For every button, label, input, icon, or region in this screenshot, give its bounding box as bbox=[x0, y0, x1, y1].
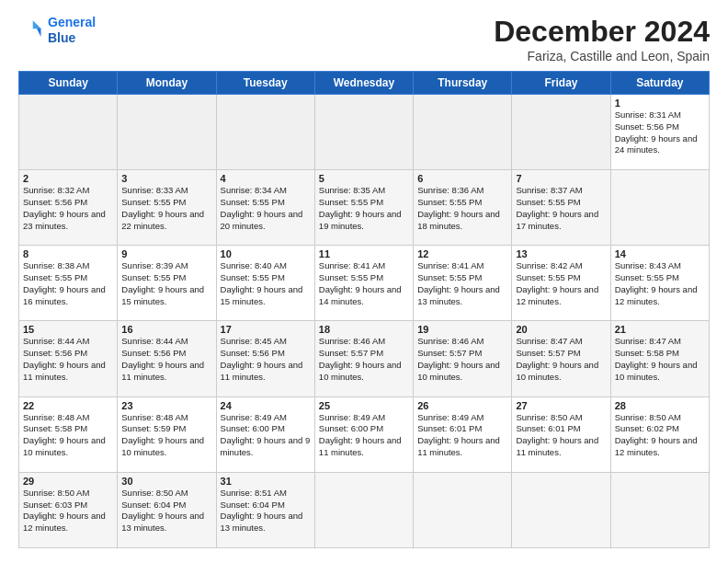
calendar-cell: 28Sunrise: 8:50 AMSunset: 6:02 PMDayligh… bbox=[610, 396, 709, 472]
calendar-cell: 1Sunrise: 8:31 AMSunset: 5:56 PMDaylight… bbox=[610, 95, 709, 170]
calendar-cell: 11Sunrise: 8:41 AMSunset: 5:55 PMDayligh… bbox=[314, 246, 413, 321]
logo-icon bbox=[18, 17, 44, 43]
day-number: 9 bbox=[121, 248, 211, 259]
calendar-header-sunday: Sunday bbox=[19, 72, 118, 95]
page: General Blue December 2024 Fariza, Casti… bbox=[0, 0, 728, 563]
calendar-cell: 10Sunrise: 8:40 AMSunset: 5:55 PMDayligh… bbox=[216, 246, 314, 321]
calendar-cell bbox=[610, 472, 709, 547]
calendar-cell: 27Sunrise: 8:50 AMSunset: 6:01 PMDayligh… bbox=[512, 396, 610, 472]
day-info: Sunrise: 8:44 AMSunset: 5:56 PMDaylight:… bbox=[121, 336, 211, 383]
calendar-week-row: 29Sunrise: 8:50 AMSunset: 6:03 PMDayligh… bbox=[19, 472, 710, 547]
calendar-cell bbox=[414, 95, 512, 170]
calendar-cell: 5Sunrise: 8:35 AMSunset: 5:55 PMDaylight… bbox=[314, 170, 413, 246]
day-number: 7 bbox=[516, 173, 606, 184]
day-info: Sunrise: 8:48 AMSunset: 5:58 PMDaylight:… bbox=[23, 412, 113, 459]
day-number: 22 bbox=[23, 400, 113, 411]
calendar-header-thursday: Thursday bbox=[414, 72, 512, 95]
calendar-cell: 15Sunrise: 8:44 AMSunset: 5:56 PMDayligh… bbox=[19, 321, 118, 396]
calendar-cell: 19Sunrise: 8:46 AMSunset: 5:57 PMDayligh… bbox=[414, 321, 512, 396]
day-number: 12 bbox=[417, 248, 507, 259]
day-info: Sunrise: 8:42 AMSunset: 5:55 PMDaylight:… bbox=[516, 260, 606, 307]
calendar-header-tuesday: Tuesday bbox=[216, 72, 314, 95]
calendar-cell: 4Sunrise: 8:34 AMSunset: 5:55 PMDaylight… bbox=[216, 170, 314, 246]
day-number: 17 bbox=[221, 324, 311, 335]
day-number: 13 bbox=[516, 248, 606, 259]
day-info: Sunrise: 8:44 AMSunset: 5:56 PMDaylight:… bbox=[23, 336, 113, 383]
day-info: Sunrise: 8:37 AMSunset: 5:55 PMDaylight:… bbox=[516, 185, 606, 232]
calendar-cell bbox=[414, 472, 512, 547]
calendar-cell: 13Sunrise: 8:42 AMSunset: 5:55 PMDayligh… bbox=[512, 246, 610, 321]
calendar-header-row: SundayMondayTuesdayWednesdayThursdayFrid… bbox=[19, 72, 710, 95]
calendar-cell: 26Sunrise: 8:49 AMSunset: 6:01 PMDayligh… bbox=[414, 396, 512, 472]
day-number: 4 bbox=[221, 173, 311, 184]
calendar-cell: 7Sunrise: 8:37 AMSunset: 5:55 PMDaylight… bbox=[512, 170, 610, 246]
day-number: 20 bbox=[516, 324, 606, 335]
day-number: 23 bbox=[121, 400, 211, 411]
day-number: 1 bbox=[615, 98, 705, 109]
day-info: Sunrise: 8:40 AMSunset: 5:55 PMDaylight:… bbox=[221, 260, 311, 307]
calendar-cell: 23Sunrise: 8:48 AMSunset: 5:59 PMDayligh… bbox=[118, 396, 216, 472]
day-info: Sunrise: 8:50 AMSunset: 6:02 PMDaylight:… bbox=[615, 412, 705, 459]
calendar-cell: 3Sunrise: 8:33 AMSunset: 5:55 PMDaylight… bbox=[118, 170, 216, 246]
title-block: December 2024 Fariza, Castille and Leon,… bbox=[494, 15, 710, 63]
day-info: Sunrise: 8:39 AMSunset: 5:55 PMDaylight:… bbox=[121, 260, 211, 307]
logo-line2: Blue bbox=[48, 30, 75, 45]
logo: General Blue bbox=[18, 15, 96, 46]
day-info: Sunrise: 8:50 AMSunset: 6:03 PMDaylight:… bbox=[23, 488, 113, 534]
calendar-week-row: 2Sunrise: 8:32 AMSunset: 5:56 PMDaylight… bbox=[19, 170, 710, 246]
day-info: Sunrise: 8:41 AMSunset: 5:55 PMDaylight:… bbox=[417, 260, 507, 307]
day-info: Sunrise: 8:32 AMSunset: 5:56 PMDaylight:… bbox=[23, 185, 113, 232]
calendar-cell: 16Sunrise: 8:44 AMSunset: 5:56 PMDayligh… bbox=[118, 321, 216, 396]
day-number: 26 bbox=[417, 400, 507, 411]
logo-text: General Blue bbox=[48, 15, 96, 46]
day-number: 2 bbox=[23, 173, 113, 184]
calendar-cell bbox=[216, 95, 314, 170]
day-info: Sunrise: 8:47 AMSunset: 5:57 PMDaylight:… bbox=[516, 336, 606, 383]
calendar-week-row: 8Sunrise: 8:38 AMSunset: 5:55 PMDaylight… bbox=[19, 246, 710, 321]
day-number: 16 bbox=[121, 324, 211, 335]
calendar-cell: 17Sunrise: 8:45 AMSunset: 5:56 PMDayligh… bbox=[216, 321, 314, 396]
day-number: 11 bbox=[319, 248, 409, 259]
day-number: 5 bbox=[319, 173, 409, 184]
calendar-cell: 25Sunrise: 8:49 AMSunset: 6:00 PMDayligh… bbox=[314, 396, 413, 472]
day-info: Sunrise: 8:47 AMSunset: 5:58 PMDaylight:… bbox=[615, 336, 705, 383]
calendar-cell bbox=[19, 95, 118, 170]
day-info: Sunrise: 8:46 AMSunset: 5:57 PMDaylight:… bbox=[417, 336, 507, 383]
day-info: Sunrise: 8:50 AMSunset: 6:01 PMDaylight:… bbox=[516, 412, 606, 459]
day-number: 29 bbox=[23, 476, 113, 487]
day-number: 27 bbox=[516, 400, 606, 411]
calendar-header-monday: Monday bbox=[118, 72, 216, 95]
calendar-cell: 20Sunrise: 8:47 AMSunset: 5:57 PMDayligh… bbox=[512, 321, 610, 396]
calendar-cell: 2Sunrise: 8:32 AMSunset: 5:56 PMDaylight… bbox=[19, 170, 118, 246]
month-year: December 2024 bbox=[494, 15, 710, 49]
calendar-cell: 14Sunrise: 8:43 AMSunset: 5:55 PMDayligh… bbox=[610, 246, 709, 321]
calendar-cell bbox=[512, 95, 610, 170]
calendar-cell bbox=[512, 472, 610, 547]
day-info: Sunrise: 8:49 AMSunset: 6:00 PMDaylight:… bbox=[319, 412, 409, 459]
calendar-header-wednesday: Wednesday bbox=[314, 72, 413, 95]
calendar-cell: 29Sunrise: 8:50 AMSunset: 6:03 PMDayligh… bbox=[19, 472, 118, 547]
day-info: Sunrise: 8:51 AMSunset: 6:04 PMDaylight:… bbox=[221, 488, 311, 534]
location: Fariza, Castille and Leon, Spain bbox=[494, 49, 710, 63]
day-info: Sunrise: 8:50 AMSunset: 6:04 PMDaylight:… bbox=[121, 488, 211, 534]
calendar-week-row: 1Sunrise: 8:31 AMSunset: 5:56 PMDaylight… bbox=[19, 95, 710, 170]
day-number: 3 bbox=[121, 173, 211, 184]
calendar-cell: 24Sunrise: 8:49 AMSunset: 6:00 PMDayligh… bbox=[216, 396, 314, 472]
day-info: Sunrise: 8:33 AMSunset: 5:55 PMDaylight:… bbox=[121, 185, 211, 232]
logo-line1: General bbox=[48, 15, 96, 29]
day-info: Sunrise: 8:35 AMSunset: 5:55 PMDaylight:… bbox=[319, 185, 409, 232]
calendar-header-friday: Friday bbox=[512, 72, 610, 95]
calendar-header-saturday: Saturday bbox=[610, 72, 709, 95]
day-info: Sunrise: 8:49 AMSunset: 6:01 PMDaylight:… bbox=[417, 412, 507, 459]
calendar-cell bbox=[314, 95, 413, 170]
day-info: Sunrise: 8:46 AMSunset: 5:57 PMDaylight:… bbox=[319, 336, 409, 383]
day-info: Sunrise: 8:41 AMSunset: 5:55 PMDaylight:… bbox=[319, 260, 409, 307]
calendar-cell: 8Sunrise: 8:38 AMSunset: 5:55 PMDaylight… bbox=[19, 246, 118, 321]
calendar-cell: 31Sunrise: 8:51 AMSunset: 6:04 PMDayligh… bbox=[216, 472, 314, 547]
calendar-week-row: 22Sunrise: 8:48 AMSunset: 5:58 PMDayligh… bbox=[19, 396, 710, 472]
day-info: Sunrise: 8:43 AMSunset: 5:55 PMDaylight:… bbox=[615, 260, 705, 307]
calendar-cell: 30Sunrise: 8:50 AMSunset: 6:04 PMDayligh… bbox=[118, 472, 216, 547]
day-number: 8 bbox=[23, 248, 113, 259]
calendar-cell: 22Sunrise: 8:48 AMSunset: 5:58 PMDayligh… bbox=[19, 396, 118, 472]
calendar-cell bbox=[610, 170, 709, 246]
